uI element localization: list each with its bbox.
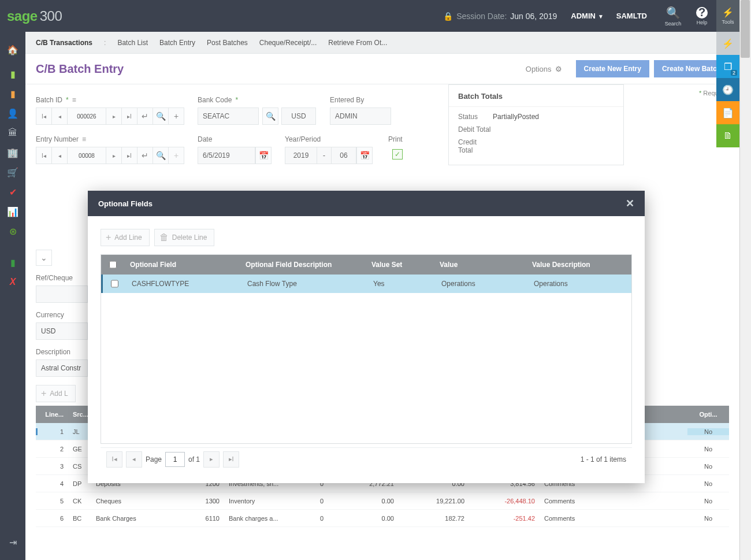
bolt-icon: ⚡ (722, 7, 734, 18)
sidebar-item-6[interactable]: 🛒 (0, 162, 25, 182)
sidebar-item-5[interactable]: 🏢 (0, 143, 25, 162)
add-line-button[interactable]: +Add L (36, 385, 76, 402)
table-row[interactable]: 5CKCheques1300Inventory00.0019,221.00-26… (36, 492, 729, 510)
pager-last-button[interactable]: ▸I (223, 451, 239, 468)
sidepanel-bolt-icon[interactable]: ⚡ (716, 32, 739, 55)
row-checkbox[interactable] (111, 280, 118, 288)
options-button[interactable]: Options⚙ (526, 65, 562, 73)
entered-by-value: ADMIN (330, 107, 391, 125)
trash-icon: 🗑 (159, 232, 169, 243)
date-input[interactable]: 6/5/2019 (198, 147, 255, 164)
sidebar-item-10[interactable]: ▮ (0, 253, 25, 272)
sidepanel-reports-icon[interactable]: 📄 (716, 101, 739, 124)
pager-page-input[interactable] (165, 452, 185, 467)
go-button[interactable]: ↵ (137, 107, 153, 125)
sidebar-item-4[interactable]: 🏛 (0, 123, 25, 143)
year-input[interactable]: 2019 (285, 147, 317, 164)
user-menu[interactable]: ADMIN▼ (571, 12, 604, 20)
collapse-toggle[interactable]: ⌄ (36, 250, 52, 266)
pager-prev-button[interactable]: ◂ (126, 451, 142, 468)
batch-id-input[interactable]: 000026 (67, 107, 106, 125)
date-label: Date (198, 135, 271, 143)
last-button[interactable]: ▸I (121, 147, 137, 164)
gear-icon: ⚙ (555, 65, 562, 73)
go-button[interactable]: ↵ (137, 147, 153, 164)
pager-info: 1 - 1 of 1 items (581, 455, 626, 463)
sidebar-item-1[interactable]: ▮ (0, 64, 25, 84)
sidepanel-inquiry-icon[interactable]: 🗎 (716, 124, 739, 147)
search-button[interactable]: 🔍Search (659, 0, 687, 32)
optional-fields-modal: Optional Fields ✕ +Add Line 🗑Delete Line… (88, 191, 645, 483)
add-button-disabled: + (168, 147, 184, 164)
prev-button[interactable]: ◂ (51, 147, 68, 164)
calendar-icon[interactable]: 📅 (356, 147, 373, 164)
table-row[interactable]: 6BCBank Charges6110Bank charges a...00.0… (36, 510, 729, 527)
bank-code-input[interactable]: SEATAC (198, 107, 259, 125)
page-title: C/B Batch Entry (36, 62, 124, 76)
add-line-button[interactable]: +Add Line (101, 229, 150, 246)
sidebar-item-7[interactable]: ✔ (0, 182, 25, 202)
bank-code-label: Bank Code (198, 96, 232, 104)
session-date-value: Jun 06, 2019 (510, 12, 557, 21)
menu-icon[interactable]: ≡ (82, 135, 86, 143)
app-logo: sage300 (7, 8, 62, 24)
search-icon: 🔍 (666, 6, 681, 20)
plus-icon: + (41, 388, 46, 399)
ref-cheque-input[interactable] (36, 285, 88, 303)
org-label: SAMLTD (616, 12, 647, 20)
next-button[interactable]: ▸ (106, 107, 122, 125)
last-button[interactable]: ▸I (121, 107, 137, 125)
pager-next-button[interactable]: ▸ (203, 451, 220, 468)
breadcrumb-item[interactable]: Batch Entry (159, 39, 195, 47)
optional-fields-table: Optional Field Optional Field Descriptio… (101, 254, 632, 444)
first-button[interactable]: I◂ (36, 147, 52, 164)
sidebar-item-8[interactable]: 📊 (0, 202, 25, 221)
first-button[interactable]: I◂ (36, 107, 52, 125)
select-all-checkbox[interactable] (109, 261, 117, 269)
calendar-icon[interactable]: 📅 (255, 147, 272, 164)
period-input[interactable]: 06 (331, 147, 356, 164)
breadcrumb: C/B Transactions : Batch List Batch Entr… (25, 32, 739, 54)
sidepanel-windows-icon[interactable]: ❐2 (716, 55, 739, 78)
breadcrumb-item[interactable]: Post Batches (207, 39, 248, 47)
bank-code-search-button[interactable]: 🔍 (262, 107, 278, 125)
close-icon[interactable]: ✕ (626, 197, 634, 210)
batch-totals-panel: Batch Totals StatusPartiallyPosted Debit… (448, 84, 624, 165)
tools-button[interactable]: ⚡Tools (716, 0, 739, 32)
prev-button[interactable]: ◂ (51, 107, 68, 125)
breadcrumb-item[interactable]: Retrieve From Ot... (328, 39, 387, 47)
sidebar-item-2[interactable]: ▮ (0, 84, 25, 103)
next-button[interactable]: ▸ (106, 147, 122, 164)
delete-line-button[interactable]: 🗑Delete Line (154, 229, 215, 246)
lock-icon: 🔒 (443, 12, 453, 21)
breadcrumb-item[interactable]: Batch List (117, 39, 148, 47)
sidebar-item-3[interactable]: 👤 (0, 103, 25, 123)
help-icon: ? (696, 7, 708, 18)
topbar: sage300 🔒 Session Date: Jun 06, 2019 ADM… (0, 0, 739, 32)
table-row[interactable]: CASHFLOWTYPE Cash Flow Type Yes Operatio… (101, 275, 631, 293)
sidebar-item-11[interactable]: X (0, 272, 25, 292)
create-new-entry-button[interactable]: Create New Entry (576, 60, 649, 77)
print-checkbox[interactable]: ✓ (392, 149, 403, 160)
help-button[interactable]: ?Help (687, 0, 716, 32)
search-button[interactable]: 🔍 (153, 107, 169, 125)
sidebar-item-9[interactable]: ⊛ (0, 221, 25, 241)
entry-number-input[interactable]: 00008 (67, 147, 106, 164)
add-button[interactable]: + (168, 107, 184, 125)
menu-icon[interactable]: ≡ (72, 96, 76, 104)
year-period-label: Year/Period (285, 135, 372, 143)
modal-title: Optional Fields (98, 199, 153, 208)
sidebar-home-icon[interactable]: 🏠 (0, 40, 25, 60)
pager-first-button[interactable]: I◂ (106, 451, 122, 468)
bank-currency: USD (281, 107, 316, 125)
right-sidepanel: ⚡ ❐2 🕘 📄 🗎 (716, 32, 739, 147)
batch-id-label: Batch ID (36, 96, 62, 104)
breadcrumb-item[interactable]: Cheque/Receipt/... (259, 39, 317, 47)
currency-input[interactable]: USD (36, 322, 88, 340)
description-input[interactable]: Astral Constr (36, 359, 88, 377)
left-sidebar: 🏠 ▮ ▮ 👤 🏛 🏢 🛒 ✔ 📊 ⊛ ▮ X ⇥ (0, 32, 25, 560)
page-scrollbar[interactable] (739, 0, 751, 560)
sidebar-collapse-icon[interactable]: ⇥ (0, 532, 25, 552)
sidepanel-recent-icon[interactable]: 🕘 (716, 78, 739, 101)
search-button[interactable]: 🔍 (153, 147, 169, 164)
